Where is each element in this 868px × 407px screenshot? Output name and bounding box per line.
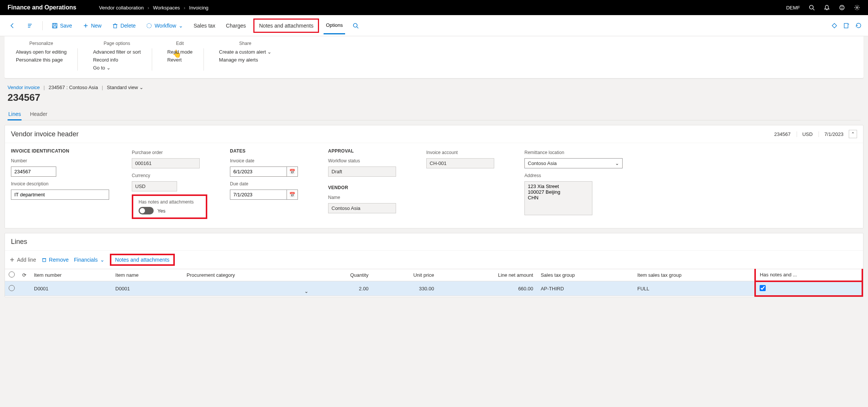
- remittance-select[interactable]: Contoso Asia ⌄: [524, 158, 623, 168]
- manage-my-alerts[interactable]: Manage my alerts: [219, 57, 271, 63]
- address-value: 123 Xia Street 100027 Beijing CHN: [524, 181, 592, 215]
- top-app-bar: Finance and Operations Vendor collaborat…: [0, 0, 868, 15]
- list-button[interactable]: [23, 20, 36, 31]
- notes-attachments-highlight: Notes and attachments: [253, 18, 319, 33]
- filter-icon[interactable]: [350, 20, 362, 31]
- cell-unit[interactable]: 330.00: [372, 281, 438, 296]
- po-label: Purchase order: [132, 150, 207, 155]
- refresh-icon[interactable]: ⟳: [22, 272, 26, 278]
- advanced-filter-sort[interactable]: Advanced filter or sort: [93, 49, 140, 55]
- svg-point-0: [809, 5, 813, 9]
- svg-line-20: [357, 27, 358, 28]
- tab-lines[interactable]: Lines: [8, 109, 22, 120]
- options-tab[interactable]: Options: [324, 17, 345, 34]
- record-info[interactable]: Record info: [93, 57, 140, 63]
- bell-icon[interactable]: [823, 4, 830, 11]
- workflow-status-value: Draft: [328, 166, 396, 177]
- options-ribbon: Personalize Always open for editing Pers…: [5, 36, 863, 79]
- row-select-radio[interactable]: [9, 285, 15, 291]
- back-button[interactable]: [6, 20, 19, 31]
- chevron-right-icon: ›: [148, 5, 149, 11]
- line-notes-attachments-button[interactable]: Notes and attachments: [115, 257, 170, 263]
- salestax-button[interactable]: Sales tax: [191, 20, 219, 31]
- col-item-tax-group[interactable]: Item sales tax group: [634, 269, 755, 281]
- workflow-status-label: Workflow status: [328, 158, 404, 163]
- group-invoice-ident: INVOICE IDENTIFICATION: [11, 148, 109, 154]
- desc-input[interactable]: [11, 190, 109, 200]
- col-quantity[interactable]: Quantity: [312, 269, 372, 281]
- due-date-input[interactable]: [230, 190, 287, 200]
- currency-value: USD: [132, 181, 177, 191]
- create-custom-alert[interactable]: Create a custom alert ⌄: [219, 49, 271, 55]
- attachment-icon[interactable]: [831, 22, 838, 29]
- smile-icon[interactable]: [839, 4, 845, 11]
- calendar-icon[interactable]: 📅: [287, 166, 298, 177]
- remittance-label: Remittance location: [524, 150, 623, 155]
- remove-button[interactable]: Remove: [42, 257, 69, 263]
- cell-procurement[interactable]: ⌄: [183, 281, 312, 296]
- vendor-name-label: Name: [328, 195, 404, 200]
- svg-rect-21: [844, 23, 848, 28]
- col-procurement[interactable]: Procurement category: [183, 269, 312, 281]
- table-row[interactable]: D0001 D0001 ⌄ 2.00 330.00 660.00 AP-THIR…: [5, 281, 862, 296]
- number-label: Number: [11, 158, 109, 163]
- col-item-name[interactable]: Item name: [112, 269, 183, 281]
- workflow-button[interactable]: Workflow ⌄: [143, 20, 186, 31]
- cell-item-number[interactable]: D0001: [30, 281, 112, 296]
- cell-net[interactable]: 660.00: [438, 281, 537, 296]
- number-input[interactable]: [11, 166, 56, 177]
- col-unit-price[interactable]: Unit price: [372, 269, 438, 281]
- delete-button[interactable]: Delete: [109, 20, 139, 31]
- cell-item-name[interactable]: D0001: [112, 281, 183, 296]
- ribbon-group-head: Share: [219, 41, 271, 46]
- vendor-invoice-link[interactable]: Vendor invoice: [8, 85, 40, 90]
- open-new-icon[interactable]: [843, 22, 850, 29]
- refresh-icon[interactable]: [855, 22, 862, 29]
- has-notes-highlight: Has notes and attachments Yes: [132, 194, 207, 219]
- invoice-date-input[interactable]: [230, 166, 287, 177]
- chevron-down-icon[interactable]: ⌄: [304, 288, 308, 294]
- header-meta-currency: USD: [797, 131, 812, 137]
- financials-button[interactable]: Financials ⌄: [74, 257, 105, 263]
- collapse-icon[interactable]: ⌃: [849, 130, 857, 138]
- read-mode[interactable]: Read mode: [167, 49, 193, 55]
- group-dates: DATES: [230, 148, 305, 154]
- new-button[interactable]: New: [80, 20, 105, 31]
- chevron-down-icon: ⌄: [106, 65, 111, 71]
- tab-header[interactable]: Header: [29, 109, 48, 120]
- hasnotes-toggle[interactable]: [139, 207, 154, 214]
- notes-attachments-button[interactable]: Notes and attachments: [256, 20, 316, 31]
- svg-rect-25: [43, 259, 46, 262]
- add-line-button[interactable]: Add line: [9, 257, 36, 263]
- chevron-right-icon: ›: [183, 5, 185, 11]
- charges-button[interactable]: Charges: [223, 20, 249, 31]
- chevron-down-icon: ⌄: [139, 85, 143, 90]
- save-button[interactable]: Save: [49, 20, 75, 31]
- breadcrumb-item[interactable]: Invoicing: [189, 5, 208, 11]
- breadcrumb-item[interactable]: Workspaces: [153, 5, 180, 11]
- lines-title: Lines: [11, 238, 27, 246]
- cell-taxgroup[interactable]: AP-THIRD: [537, 281, 634, 296]
- cell-qty[interactable]: 2.00: [312, 281, 372, 296]
- svg-rect-15: [114, 25, 117, 28]
- breadcrumb-item[interactable]: Vendor collaboration: [99, 5, 144, 11]
- hasnotes-checkbox[interactable]: [760, 285, 766, 291]
- revert[interactable]: Revert: [167, 57, 193, 63]
- col-item-number[interactable]: Item number: [30, 269, 112, 281]
- cell-itemtax[interactable]: FULL: [634, 281, 755, 296]
- lines-grid: ⟳ Item number Item name Procurement cate…: [5, 269, 863, 297]
- select-all-radio[interactable]: [9, 271, 15, 278]
- search-icon[interactable]: [808, 4, 815, 11]
- company-code[interactable]: DEMF: [786, 5, 800, 11]
- col-line-net[interactable]: Line net amount: [438, 269, 537, 281]
- personalize-this-page[interactable]: Personalize this page: [16, 57, 66, 63]
- view-selector[interactable]: Standard view ⌄: [107, 85, 143, 90]
- col-has-notes[interactable]: Has notes and ...: [755, 269, 862, 281]
- svg-point-19: [353, 23, 357, 27]
- col-sales-tax-group[interactable]: Sales tax group: [537, 269, 634, 281]
- gear-icon[interactable]: [854, 4, 860, 11]
- always-open-editing[interactable]: Always open for editing: [16, 49, 66, 55]
- header-meta-number: 234567: [774, 131, 791, 137]
- go-to[interactable]: Go to ⌄: [93, 65, 140, 71]
- calendar-icon[interactable]: 📅: [287, 190, 298, 200]
